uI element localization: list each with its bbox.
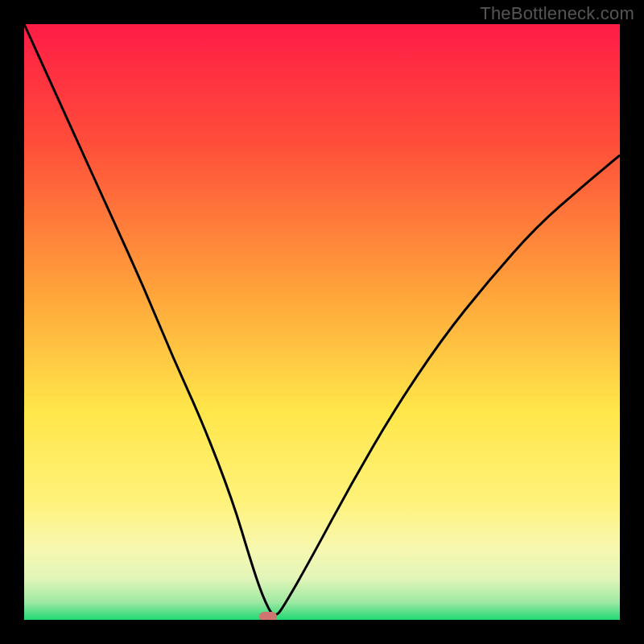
plot-area xyxy=(24,24,620,620)
chart-frame: TheBottleneck.com xyxy=(0,0,644,644)
gradient-background-svg xyxy=(24,24,620,620)
optimal-marker xyxy=(259,612,277,620)
watermark-text: TheBottleneck.com xyxy=(480,3,634,24)
gradient-rect xyxy=(24,24,620,620)
